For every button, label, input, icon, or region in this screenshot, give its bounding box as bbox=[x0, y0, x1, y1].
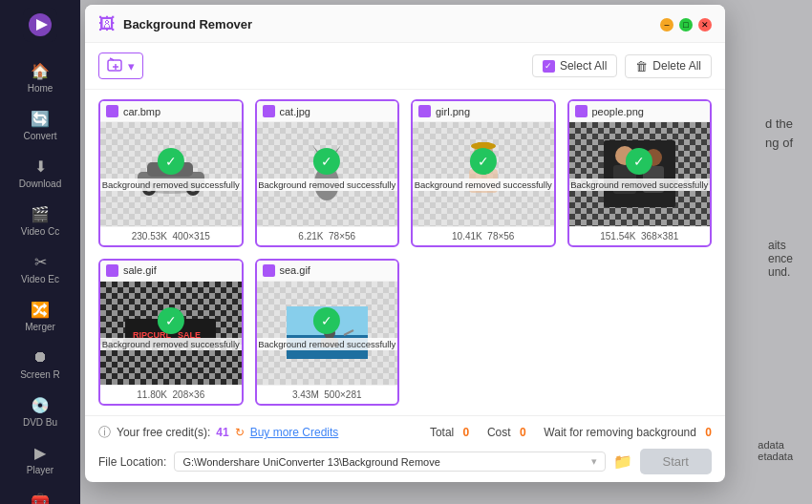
credits-label: Your free credit(s): bbox=[117, 426, 210, 439]
card-thumb-0: ✓ Background removed successfully bbox=[100, 122, 242, 226]
window-controls: – □ ✕ bbox=[660, 18, 712, 32]
sidebar-item-video-compress[interactable]: 🎬 Video Cc bbox=[0, 197, 80, 244]
background-remover-dialog: 🖼 Background Remover – □ ✕ ▾ bbox=[85, 5, 725, 482]
card-filename-1: cat.jpg bbox=[280, 106, 310, 117]
sidebar-item-video-edit[interactable]: ✂ Video Ec bbox=[0, 244, 80, 292]
wait-value: 0 bbox=[705, 426, 712, 439]
minimize-button[interactable]: – bbox=[660, 18, 673, 32]
select-all-button[interactable]: ✓ Select All bbox=[532, 54, 617, 77]
success-badge-5: ✓ Background removed successfully bbox=[257, 307, 398, 350]
sidebar-item-toolbox[interactable]: 🧰 Toolbox bbox=[0, 483, 80, 504]
cost-value: 0 bbox=[520, 426, 526, 439]
success-text-0: Background removed successfully bbox=[100, 178, 242, 191]
cost-label: Cost 0 bbox=[487, 426, 526, 439]
toolbox-icon: 🧰 bbox=[31, 491, 50, 504]
total-label: Total 0 bbox=[430, 426, 469, 439]
add-files-dropdown-arrow: ▾ bbox=[128, 59, 135, 74]
card-footer-2: 10.41K 78×56 bbox=[413, 226, 554, 245]
card-checkbox-5[interactable] bbox=[263, 264, 275, 277]
card-checkbox-2[interactable] bbox=[418, 105, 431, 117]
maximize-button[interactable]: □ bbox=[679, 18, 693, 32]
success-circle-0: ✓ bbox=[158, 148, 184, 175]
convert-icon: 🔄 bbox=[31, 109, 50, 128]
image-card-5[interactable]: sea.gif bbox=[255, 259, 400, 407]
card-filename-2: girl.png bbox=[436, 106, 470, 117]
card-checkbox-0[interactable] bbox=[106, 105, 118, 117]
delete-all-button[interactable]: 🗑 Delete All bbox=[625, 54, 712, 78]
card-footer-0: 230.53K 400×315 bbox=[100, 226, 242, 245]
sidebar-item-screen-rec[interactable]: ⏺ Screen R bbox=[0, 340, 80, 388]
home-icon: 🏠 bbox=[31, 61, 50, 80]
buy-credits-link[interactable]: Buy more Credits bbox=[250, 426, 339, 439]
dialog-title: Background Remover bbox=[123, 17, 652, 32]
success-circle-2: ✓ bbox=[470, 148, 497, 175]
bg-remover-icon: 🖼 bbox=[98, 14, 116, 34]
dialog-titlebar: 🖼 Background Remover – □ ✕ bbox=[85, 5, 725, 43]
sidebar-item-download[interactable]: ⬇ Download bbox=[0, 149, 80, 197]
card-footer-5: 3.43M 500×281 bbox=[257, 385, 398, 404]
dialog-toolbar: ▾ ✓ Select All 🗑 Delete All bbox=[85, 43, 725, 90]
delete-all-label: Delete All bbox=[652, 59, 701, 73]
card-thumb-4: RIPCURL SALE ✓ Background removed succes… bbox=[100, 282, 242, 386]
add-files-button[interactable]: ▾ bbox=[98, 52, 143, 79]
card-header-0: car.bmp bbox=[100, 101, 242, 122]
card-footer-3: 151.54K 368×381 bbox=[569, 226, 711, 245]
card-filename-3: people.png bbox=[592, 106, 644, 117]
info-icon[interactable]: ⓘ bbox=[98, 424, 111, 441]
success-circle-4: ✓ bbox=[158, 307, 184, 334]
browse-folder-button[interactable]: 📁 bbox=[613, 452, 632, 471]
card-thumb-5: ✓ Background removed successfully bbox=[257, 282, 398, 386]
success-text-2: Background removed successfully bbox=[413, 178, 554, 191]
image-card-0[interactable]: car.bmp bbox=[98, 99, 244, 247]
dialog-bottom: ⓘ Your free credit(s): 41 ↻ Buy more Cre… bbox=[85, 415, 725, 482]
success-text-3: Background removed successfully bbox=[569, 178, 711, 191]
select-all-checkbox-icon: ✓ bbox=[543, 60, 555, 73]
file-location-label: File Location: bbox=[98, 455, 166, 469]
video-edit-icon: ✂ bbox=[31, 252, 50, 271]
success-text-4: Background removed successfully bbox=[100, 338, 242, 350]
card-thumb-2: ✓ Background removed successfully bbox=[413, 122, 554, 226]
merger-icon: 🔀 bbox=[31, 300, 50, 319]
image-grid: car.bmp bbox=[85, 90, 725, 415]
player-icon: ▶ bbox=[31, 443, 50, 462]
main-content: d theng of aitsenceund. adataetadata 🖼 B… bbox=[80, 0, 812, 504]
screen-rec-icon: ⏺ bbox=[31, 347, 50, 367]
success-badge-0: ✓ Background removed successfully bbox=[100, 148, 242, 191]
add-files-icon bbox=[107, 57, 124, 74]
select-all-label: Select All bbox=[560, 59, 607, 73]
image-card-2[interactable]: girl.png bbox=[411, 99, 556, 247]
refresh-icon[interactable]: ↻ bbox=[235, 426, 245, 439]
start-button[interactable]: Start bbox=[640, 449, 712, 474]
image-card-1[interactable]: cat.jpg bbox=[255, 99, 400, 247]
card-header-5: sea.gif bbox=[257, 261, 398, 282]
success-text-5: Background removed successfully bbox=[257, 338, 398, 350]
card-filename-0: car.bmp bbox=[123, 106, 160, 117]
delete-icon: 🗑 bbox=[635, 59, 648, 74]
dialog-overlay: 🖼 Background Remover – □ ✕ ▾ bbox=[80, 0, 812, 504]
success-badge-3: ✓ Background removed successfully bbox=[569, 148, 711, 191]
sidebar-item-convert[interactable]: 🔄 Convert bbox=[0, 101, 80, 149]
sidebar-item-merger[interactable]: 🔀 Merger bbox=[0, 292, 80, 340]
success-circle-3: ✓ bbox=[626, 148, 652, 175]
card-checkbox-3[interactable] bbox=[575, 105, 588, 117]
sidebar-item-player[interactable]: ▶ Player bbox=[0, 435, 80, 483]
success-badge-4: ✓ Background removed successfully bbox=[100, 307, 242, 350]
card-header-4: sale.gif bbox=[100, 261, 242, 282]
download-icon: ⬇ bbox=[31, 157, 50, 176]
file-path-select[interactable]: G:\Wondershare UniConverter 13\Backgroun… bbox=[174, 452, 605, 472]
card-footer-4: 11.80K 208×36 bbox=[100, 385, 242, 404]
app-logo bbox=[23, 8, 57, 42]
image-card-3[interactable]: people.png bbox=[567, 99, 713, 247]
dropdown-arrow-icon: ▾ bbox=[591, 455, 597, 468]
card-checkbox-4[interactable] bbox=[106, 264, 118, 277]
card-header-1: cat.jpg bbox=[257, 101, 398, 122]
wait-label: Wait for removing background 0 bbox=[544, 426, 712, 439]
success-badge-1: ✓ Background removed successfully bbox=[257, 148, 398, 191]
card-filename-4: sale.gif bbox=[123, 264, 157, 276]
total-value: 0 bbox=[463, 426, 470, 439]
image-card-4[interactable]: sale.gif RIPCURL SALE ✓ bbox=[98, 259, 244, 407]
close-button[interactable]: ✕ bbox=[698, 18, 712, 32]
card-checkbox-1[interactable] bbox=[263, 105, 275, 117]
sidebar-item-dvd-burn[interactable]: 💿 DVD Bu bbox=[0, 388, 80, 435]
sidebar-item-home[interactable]: 🏠 Home bbox=[0, 53, 80, 101]
